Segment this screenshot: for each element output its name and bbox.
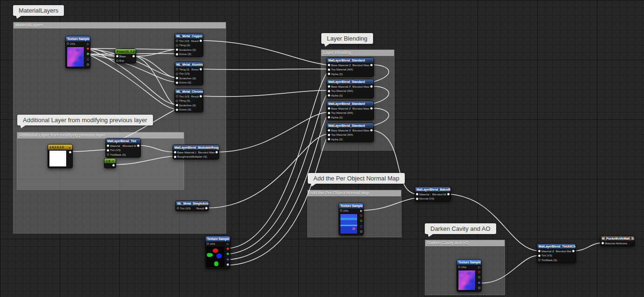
pin-result-output[interactable] (200, 95, 202, 97)
pin-material-attributes-input[interactable] (602, 242, 604, 244)
comment-bubble-additional-layer[interactable]: Additional Layer from modifying previous… (17, 115, 153, 125)
node-ml-metal-chrome[interactable]: ML_Metal_Chrome Tint (V3)Result Tiling (… (174, 89, 203, 112)
pin-r-output[interactable] (360, 214, 362, 217)
pin-alpha-input[interactable] (328, 138, 330, 140)
pin-b-output[interactable] (87, 58, 89, 61)
comment-bubble-layer-blending[interactable]: Layer Blending (321, 33, 373, 44)
comment-title[interactable]: Darken Cavity and AO (425, 240, 505, 246)
pin-blended-output[interactable] (370, 64, 373, 66)
pin-topmaterial-input[interactable] (328, 112, 330, 114)
pin-blended-output[interactable] (137, 145, 139, 147)
pin-g-output[interactable] (360, 220, 362, 222)
pin-result-output[interactable] (205, 207, 208, 209)
pin-tintmask-input[interactable] (538, 259, 540, 261)
node-texture-sample-2[interactable]: Texture Sample▲ UVs▷ (205, 236, 230, 269)
pin-uvs-input[interactable] (207, 242, 209, 245)
collapse-icon[interactable]: ▲ (229, 238, 230, 241)
pin-material-input[interactable] (107, 145, 109, 147)
pin-scratches-input[interactable] (176, 77, 178, 79)
node-matlayerblend-standard-4[interactable]: MatLayerBlend_Standard Base Material (MA… (326, 123, 374, 142)
pin-grime-input[interactable] (176, 109, 178, 111)
node-matlayerblend-tint[interactable]: MatLayerBlend_Tint Material (MA)Blended … (105, 138, 141, 158)
pin-b-output[interactable] (478, 282, 480, 284)
pin-g-output[interactable] (227, 253, 229, 255)
pin-basematerial-input[interactable] (174, 151, 176, 153)
pin-blended-output[interactable] (215, 151, 218, 153)
pin-b-output[interactable] (360, 225, 362, 228)
pin-output[interactable] (112, 164, 115, 166)
pin-rgb-output[interactable]: ▷ (478, 266, 480, 269)
pin-rgb-output[interactable]: ▷ (87, 42, 89, 45)
node-power[interactable]: Power(X, 0.8)▼ Base Exp (115, 48, 136, 63)
pin-result-output[interactable] (200, 40, 202, 42)
node-matlayerblend-standard-2[interactable]: MatLayerBlend_Standard Base Material (MA… (326, 79, 374, 98)
node-matlayerblend-modulateroughness[interactable]: MatLayerBlend_ModulateRoughness Base Mat… (173, 145, 219, 159)
comment-title[interactable]: Additional Layer from modifying previous… (17, 132, 184, 138)
pin-tint-input[interactable] (538, 255, 540, 257)
pin-r-output[interactable] (478, 271, 480, 273)
pin-exp-input[interactable] (116, 60, 118, 62)
pin-basematerial-input[interactable] (328, 64, 330, 66)
comment-bubble-material-layers[interactable]: MaterialLayers (13, 5, 64, 16)
pin-output[interactable] (132, 55, 135, 57)
pin-material-input[interactable] (538, 250, 540, 252)
collapse-icon[interactable]: ▲ (481, 261, 481, 264)
node-texture-sample-3[interactable]: Texture Sample▲ UVs▶ (339, 203, 364, 235)
pin-a-output[interactable] (360, 230, 362, 233)
comment-bubble-per-object-normal[interactable]: Add the Per Object Normal Map (308, 173, 405, 184)
pin-rgb-output[interactable]: ▷ (227, 242, 229, 245)
collapse-icon[interactable]: ▲ (363, 205, 363, 207)
pin-scratches-input[interactable] (176, 104, 178, 106)
node-texture-sample-4[interactable]: Texture Sample▲ UVs▷ (457, 259, 482, 292)
pin-blended-output[interactable] (370, 107, 373, 110)
pin-tint-input[interactable] (176, 40, 178, 42)
pin-a-output[interactable] (227, 263, 229, 266)
node-matlayerblend-tintallchannels[interactable]: MatLayerBlend_TintAllChannels Material (… (537, 243, 576, 263)
pin-base-input[interactable] (116, 55, 118, 57)
pin-tiling-input[interactable] (176, 68, 178, 70)
node-constant-scalar[interactable]: 1.5▼ (104, 158, 116, 168)
comment-title[interactable]: Layer Blending (321, 50, 394, 56)
pin-g-output[interactable] (87, 53, 89, 55)
pin-alpha-input[interactable] (328, 94, 330, 97)
pin-r-output[interactable] (227, 248, 229, 250)
pin-blended-output[interactable] (447, 193, 450, 195)
pin-tintmask-input[interactable] (107, 153, 109, 156)
node-matlayerblend-bakednormal[interactable]: MatLayerBlend_BakedNormal Material (MA)B… (415, 186, 451, 201)
pin-basematerial-input[interactable] (328, 107, 330, 110)
node-final-material[interactable]: M_PocketKnifeMatl_Example01 Material Att… (600, 235, 635, 246)
pin-rgb-output[interactable]: ▶ (360, 209, 362, 212)
pin-basematerial-input[interactable] (328, 129, 330, 131)
comment-bubble-darken-cavity[interactable]: Darken Cavity and AO (425, 223, 496, 234)
node-matlayerblend-standard-3[interactable]: MatLayerBlend_Standard Base Material (MA… (326, 101, 374, 120)
pin-tint-input[interactable] (177, 207, 179, 209)
node-texture-sample-1[interactable]: Texture Sample▲ UVs▷ (65, 36, 90, 69)
pin-scratches-input[interactable] (176, 48, 178, 51)
pin-normal-input[interactable] (416, 198, 418, 200)
comment-title[interactable]: Add the Per Object Normal Map (308, 190, 401, 196)
pin-grime-input[interactable] (176, 82, 178, 84)
expand-icon[interactable]: ▼ (111, 159, 114, 162)
collapse-icon[interactable]: ▲ (90, 38, 90, 41)
pin-a-output[interactable] (87, 63, 89, 66)
node-constant3vector[interactable]: 1.0,1.0,1.0▲ (48, 144, 73, 168)
node-ml-metal-copper[interactable]: ML_Metal_Copper Tint (V3)Result Tiling (… (174, 33, 203, 57)
pin-alpha-input[interactable] (328, 116, 330, 118)
pin-uvs-input[interactable] (67, 42, 69, 45)
pin-material-input[interactable] (416, 193, 418, 195)
collapse-icon[interactable]: ▲ (68, 146, 71, 149)
pin-topmaterial-input[interactable] (328, 69, 330, 71)
pin-grime-input[interactable] (176, 53, 178, 55)
comment-title[interactable]: MaterialLayers (14, 22, 226, 28)
pin-blended-output[interactable] (572, 250, 575, 252)
pin-topmaterial-input[interactable] (328, 134, 330, 136)
node-ml-metal-aluminium[interactable]: ML_Metal_Aluminium Tiling (S)Result Tint… (174, 62, 203, 85)
pin-r-output[interactable] (87, 48, 89, 50)
pin-tiling-input[interactable] (176, 100, 178, 102)
pin-uvs-input[interactable] (340, 209, 342, 212)
pin-tint-input[interactable] (176, 95, 178, 97)
comment-additional-layer[interactable]: Additional Layer from modifying previous… (17, 132, 184, 190)
pin-alpha-input[interactable] (328, 73, 330, 75)
pin-uvs-input[interactable] (458, 266, 460, 268)
pin-a-output[interactable] (478, 287, 480, 289)
